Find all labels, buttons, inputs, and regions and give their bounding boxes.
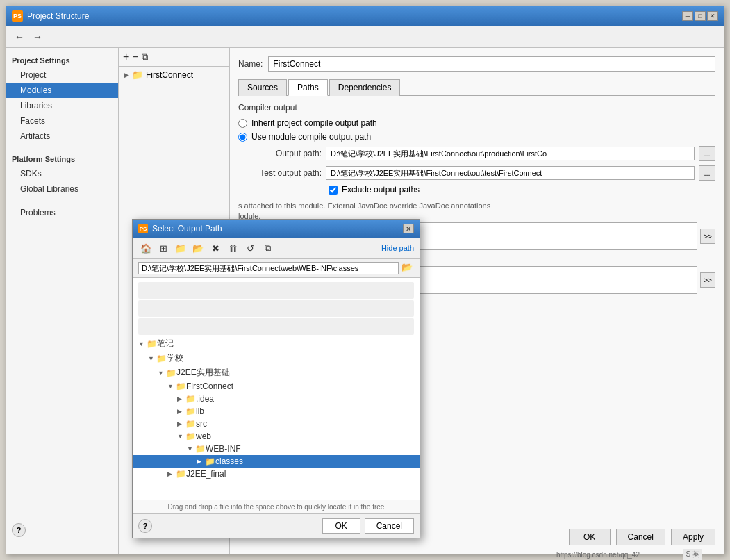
cancel-button[interactable]: Cancel (616, 529, 665, 545)
tree-label-web: web (196, 431, 211, 441)
tree-item-idea[interactable]: ▶ 📁 .idea (133, 393, 420, 405)
blurred-row-1 (138, 282, 414, 299)
module-chevron: ▶ (124, 72, 129, 79)
dialog-bottom: ? OK Cancel (133, 514, 420, 538)
sidebar: Project Settings Project Modules Librari… (6, 48, 119, 554)
tree-item-j2eefinal[interactable]: ▶ 📁 J2EE_final (133, 468, 420, 480)
dialog-expand-btn[interactable]: ⧉ (260, 240, 275, 256)
tree-item-school[interactable]: ▼ 📁 学校 (133, 351, 420, 365)
blurred-row-3 (138, 318, 414, 335)
dialog-refresh-btn[interactable]: ✖ (208, 240, 223, 256)
exclude-output-checkbox[interactable] (329, 186, 338, 195)
compiler-output-title: Compiler output (238, 103, 715, 113)
javadoc-note: s attached to this module. External Java… (238, 201, 715, 210)
dialog-new-btn[interactable]: ⊞ (156, 240, 171, 256)
tree-folder-icon: 📁 (176, 381, 186, 391)
dialog-reload-btn[interactable]: ↺ (242, 240, 258, 256)
apply-button[interactable]: Apply (671, 529, 715, 545)
dialog-help-btn[interactable]: ? (138, 519, 152, 533)
tree-folder-icon: 📁 (185, 394, 196, 404)
tab-paths[interactable]: Paths (288, 79, 328, 96)
output-path-input[interactable] (326, 147, 695, 160)
output-path-row: Output path: ... (238, 146, 715, 161)
sidebar-help-button[interactable]: ? (12, 523, 26, 537)
name-input[interactable] (268, 56, 715, 72)
dialog-tree: ▼ 📁 笔记 ▼ 📁 学校 ▼ 📁 J2EE实用基础 ▼ 📁 FirstConn… (133, 278, 420, 500)
test-output-path-browse-btn[interactable]: ... (699, 165, 715, 181)
name-row: Name: (238, 56, 715, 72)
tab-bar: Sources Paths Dependencies (238, 79, 715, 96)
dialog-folder2-btn[interactable]: 📂 (190, 240, 206, 256)
tree-folder-icon: 📁 (156, 354, 167, 363)
sidebar-item-artifacts[interactable]: Artifacts (6, 129, 118, 144)
dialog-home-btn[interactable]: 🏠 (138, 240, 154, 256)
tree-item-firstconnect[interactable]: ▼ 📁 FirstConnect (133, 380, 420, 393)
tree-item-classes[interactable]: ▶ 📁 classes (133, 455, 420, 468)
tree-label-classes: classes (215, 456, 243, 466)
hide-path-btn[interactable]: Hide path (381, 244, 414, 252)
dialog-cancel-btn[interactable]: Cancel (365, 518, 414, 534)
use-module-radio[interactable] (238, 133, 247, 142)
tree-folder-icon: 📁 (185, 431, 196, 441)
tree-item-notes[interactable]: ▼ 📁 笔记 (133, 336, 420, 351)
tree-item-webinf[interactable]: ▼ 📁 WEB-INF (133, 443, 420, 455)
forward-button[interactable]: → (30, 30, 45, 44)
sidebar-item-problems[interactable]: Problems (6, 205, 118, 220)
close-btn[interactable]: ✕ (707, 11, 718, 21)
inherit-radio-label: Inherit project compile output path (251, 118, 377, 128)
tree-label-firstconnect: FirstConnect (186, 381, 233, 391)
dialog-path-bar: 📂 (133, 259, 420, 278)
inherit-radio[interactable] (238, 119, 247, 128)
sidebar-item-modules[interactable]: Modules (6, 83, 118, 98)
maximize-btn[interactable]: □ (695, 11, 706, 21)
window-title: Project Structure (27, 11, 89, 21)
tree-label-notes: 笔记 (157, 338, 174, 349)
copy-module-btn[interactable]: ⧉ (142, 51, 148, 63)
dialog-path-input[interactable] (138, 262, 399, 274)
sidebar-item-project[interactable]: Project (6, 67, 118, 83)
output-path-browse-btn[interactable]: ... (699, 146, 715, 161)
dialog-hint: Drag and drop a file into the space abov… (133, 500, 420, 514)
dialog-folder-btn[interactable]: 📁 (173, 240, 188, 256)
minimize-btn[interactable]: ─ (682, 11, 693, 21)
dialog-close-btn[interactable]: ✕ (403, 224, 414, 233)
sidebar-item-global-libraries[interactable]: Global Libraries (6, 181, 118, 197)
tree-item-web[interactable]: ▼ 📁 web (133, 430, 420, 443)
test-output-path-row: Test output path: ... (238, 165, 715, 181)
tree-label-webinf: WEB-INF (206, 444, 241, 454)
dialog-path-icon[interactable]: 📂 (401, 262, 414, 274)
sidebar-item-libraries[interactable]: Libraries (6, 98, 118, 113)
annotations-more-btn[interactable]: >> (700, 272, 715, 288)
output-path-label: Output path: (238, 149, 322, 158)
ok-button[interactable]: OK (569, 529, 611, 545)
watermark-url: https://blog.csdn.net/qq_42 (556, 551, 640, 559)
tree-label-lib: lib (196, 406, 204, 416)
tree-label-school: 学校 (167, 352, 183, 364)
add-module-btn[interactable]: + (123, 51, 129, 63)
dialog-ok-btn[interactable]: OK (322, 518, 360, 534)
javadoc-more-btn[interactable]: >> (700, 229, 715, 244)
test-output-path-input[interactable] (326, 166, 695, 180)
tree-folder-icon: 📁 (185, 419, 196, 429)
tree-item-lib[interactable]: ▶ 📁 lib (133, 405, 420, 418)
title-bar: PS Project Structure ─ □ ✕ (6, 6, 724, 26)
tree-label-j2eefinal: J2EE_final (186, 469, 226, 479)
dialog-delete-btn[interactable]: 🗑 (225, 240, 240, 256)
tab-sources[interactable]: Sources (238, 79, 287, 96)
exclude-output-label: Exclude output paths (342, 185, 420, 195)
dialog-title: Select Output Path (152, 224, 222, 233)
module-folder-icon: 📁 (132, 69, 143, 80)
module-tree-firstconnect[interactable]: ▶ 📁 FirstConnect (119, 67, 229, 83)
back-button[interactable]: ← (12, 30, 27, 44)
name-label: Name: (238, 59, 263, 69)
app-icon: PS (12, 10, 23, 22)
tree-item-src[interactable]: ▶ 📁 src (133, 418, 420, 430)
remove-module-btn[interactable]: − (132, 51, 138, 63)
sidebar-item-facets[interactable]: Facets (6, 113, 118, 129)
blurred-row-2 (138, 300, 414, 317)
project-settings-title: Project Settings (6, 53, 118, 67)
module-name: FirstConnect (146, 70, 193, 80)
tab-dependencies[interactable]: Dependencies (329, 79, 401, 96)
sidebar-item-sdks[interactable]: SDKs (6, 166, 118, 181)
tree-item-j2ee[interactable]: ▼ 📁 J2EE实用基础 (133, 365, 420, 380)
